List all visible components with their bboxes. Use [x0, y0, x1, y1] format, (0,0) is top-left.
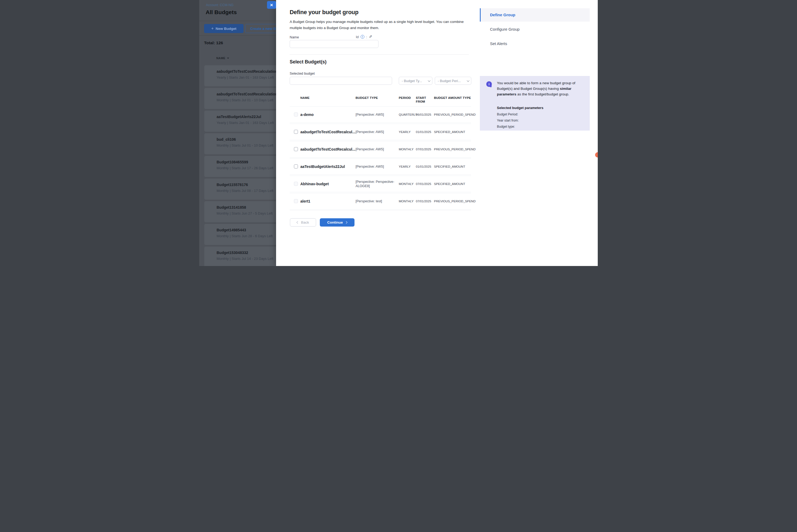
wizard-stepper: Define GroupConfigure GroupSet Alerts	[480, 8, 590, 52]
budget-details: Monthly | Starts Jul 17 - 26 Days Left	[217, 166, 282, 170]
budget-details: Yearly | Starts Jan 01 - 163 Days Left	[217, 75, 282, 79]
budget-details: Monthly | Starts Jul 08 - 17 Days Left	[217, 189, 282, 193]
cell-name: Abhinav-budget	[300, 182, 355, 186]
table-row[interactable]: a-demo [Perspective: AWS] QUARTERLY 06/0…	[290, 106, 471, 123]
budget-period-filter-value: - Budget Peri...	[438, 79, 461, 83]
row-checkbox[interactable]	[294, 130, 298, 134]
close-drawer-button[interactable]: ×	[267, 1, 276, 9]
col-header-budget-type: BUDGET TYPE	[355, 96, 399, 100]
cell-amount-type: PREVIOUS_PERIOD_SPEND	[434, 148, 476, 151]
budget-list: aabudgetToTestCostRecalculation1 Yearly …	[204, 65, 282, 266]
budget-details: Monthly | Starts Jun 28 - 6 Days Left	[217, 234, 282, 238]
next-row-sliver	[290, 210, 471, 212]
budget-details: Monthly | Starts Jul 01 - 10 Days Left	[217, 98, 282, 102]
cell-name: a-demo	[300, 113, 355, 117]
cell-budget-type: [Perspective: AWS]	[355, 147, 399, 151]
table-row[interactable]: Abhinav-budget [Perspective: Perspective…	[290, 176, 471, 192]
name-column-header: NAME	[216, 57, 229, 60]
budget-details: Monthly | Starts Jul 14 - 23 Days Left	[217, 257, 282, 261]
select-budgets-heading: Select Budget(s)	[290, 59, 327, 65]
row-checkbox[interactable]	[294, 165, 298, 168]
budget-name: Budget115578176	[217, 183, 282, 187]
table-row[interactable]: alert1 [Perspective: test] MONTHLY 07/01…	[290, 193, 471, 209]
continue-label: Continue	[327, 221, 343, 224]
sort-caret-icon	[227, 58, 229, 59]
background-budget-row: Budget115578176 Monthly | Starts Jul 08 …	[204, 178, 282, 200]
id-info-icon[interactable]: i	[360, 35, 364, 39]
cell-name: aabudgetToTestCostRecalcul...	[300, 130, 355, 134]
row-checkbox	[294, 113, 298, 116]
cell-start-from: 01/01/2025	[416, 165, 434, 168]
budget-details: Monthly | Starts Jun 27 - 5 Days Left	[217, 211, 282, 215]
id-row: Id i : ✎	[356, 34, 372, 39]
cell-period: MONTHLY	[399, 182, 416, 186]
new-budget-label: New Budget	[216, 27, 236, 31]
parameter-item: Year start from:	[497, 119, 543, 122]
parameters-title: Selected budget parameters	[497, 106, 543, 110]
cell-amount-type: PREVIOUS_PERIOD_SPEND	[434, 200, 476, 203]
back-label: Back	[301, 221, 309, 224]
budget-type-filter[interactable]: - Budget Ty...	[399, 77, 432, 85]
id-label: Id	[356, 35, 359, 39]
row-checkbox[interactable]	[294, 147, 298, 151]
info-bubble-icon: i	[486, 81, 492, 87]
table-row[interactable]: aabudgetToTestCostRecalcul... [Perspecti…	[290, 141, 471, 157]
cell-amount-type: SPECIFIED_AMOUNT	[434, 165, 471, 168]
new-budget-button: +New Budget	[204, 24, 243, 33]
account-breadcrumb: Account: CCM-NG	[206, 3, 234, 7]
budget-name: aabudgetToTestCostRecalculation1	[217, 69, 282, 74]
stepper-item-define-group[interactable]: Define Group	[480, 8, 590, 22]
background-budget-row: Budget13141858 Monthly | Starts Jun 27 -…	[204, 201, 282, 222]
budget-name: bud_cli106	[217, 137, 282, 141]
budget-details: Yearly | Starts Jan 01 - 163 Days Left	[217, 121, 282, 125]
stepper-item-set-alerts[interactable]: Set Alerts	[480, 37, 590, 50]
chevron-right-icon	[345, 221, 348, 224]
app-root: Account: CCM-NG All Budgets +New Budget …	[199, 0, 598, 266]
budgets-table: NAME BUDGET TYPE PERIOD START FROM BUDGE…	[290, 94, 471, 212]
budget-details: Monthly | Starts Jul 01 - 10 Days Left	[217, 144, 282, 147]
cell-start-from: 06/01/2025	[416, 113, 434, 116]
cell-start-from: 07/01/2025	[416, 200, 434, 203]
cell-name: aaTestBudgetAlerts22Jul	[300, 165, 355, 169]
group-name-input[interactable]	[290, 40, 378, 48]
continue-button[interactable]: Continue	[320, 218, 354, 227]
cell-period: QUARTERLY	[399, 113, 416, 116]
budget-name: aabudgetToTestCostRecalculation2	[217, 92, 282, 96]
row-checkbox	[294, 182, 298, 186]
parameter-item: Budget Period:	[497, 113, 543, 116]
table-row[interactable]: aaTestBudgetAlerts22Jul [Perspective: AW…	[290, 158, 471, 175]
edit-id-icon[interactable]: ✎	[369, 34, 372, 39]
table-row[interactable]: aabudgetToTestCostRecalcul... [Perspecti…	[290, 124, 471, 140]
background-budget-row: aaTestBudgetAlerts22Jul Yearly | Starts …	[204, 111, 282, 132]
budget-search-input[interactable]	[290, 77, 392, 85]
plus-icon: +	[211, 26, 214, 31]
drawer-title: Define your budget group	[290, 9, 358, 16]
chevron-left-icon	[297, 221, 299, 224]
background-budget-row: bud_cli106 Monthly | Starts Jul 01 - 10 …	[204, 133, 282, 154]
cell-name: alert1	[300, 199, 355, 203]
cell-start-from: 01/01/2025	[416, 130, 434, 134]
cell-period: MONTHLY	[399, 200, 416, 203]
cell-amount-type: SPECIFIED_AMOUNT	[434, 130, 471, 134]
col-header-amount-type: BUDGET AMOUNT TYPE	[434, 96, 471, 100]
stepper-item-configure-group[interactable]: Configure Group	[480, 23, 590, 36]
chevron-down-icon	[467, 79, 469, 82]
drawer-actions: Back Continue	[290, 218, 354, 227]
back-button[interactable]: Back	[290, 218, 316, 227]
row-checkbox	[294, 199, 298, 203]
cell-period: YEARLY	[399, 165, 416, 168]
budget-period-filter[interactable]: - Budget Peri...	[435, 77, 471, 85]
cell-start-from: 07/01/2025	[416, 182, 434, 186]
background-budget-row: Budget108465599 Monthly | Starts Jul 17 …	[204, 156, 282, 177]
drawer-description: A Budget Group helps you manage multiple…	[290, 19, 476, 31]
parameters-list: Budget Period:Year start from:Budget typ…	[497, 113, 543, 129]
budget-name: Budget13141858	[217, 205, 282, 209]
col-header-period: PERIOD	[399, 96, 416, 100]
budget-type-filter-value: - Budget Ty...	[402, 79, 422, 83]
info-panel: i You would be able to form a new budget…	[480, 76, 590, 131]
section-divider	[290, 54, 469, 55]
selected-budget-label: Selected budget	[290, 72, 315, 75]
table-header-row: NAME BUDGET TYPE PERIOD START FROM BUDGE…	[290, 94, 471, 106]
cell-budget-type: [Perspective: Perspective-ALOGE8]	[355, 179, 399, 188]
background-budget-row: Budget14985443 Monthly | Starts Jun 28 -…	[204, 224, 282, 245]
